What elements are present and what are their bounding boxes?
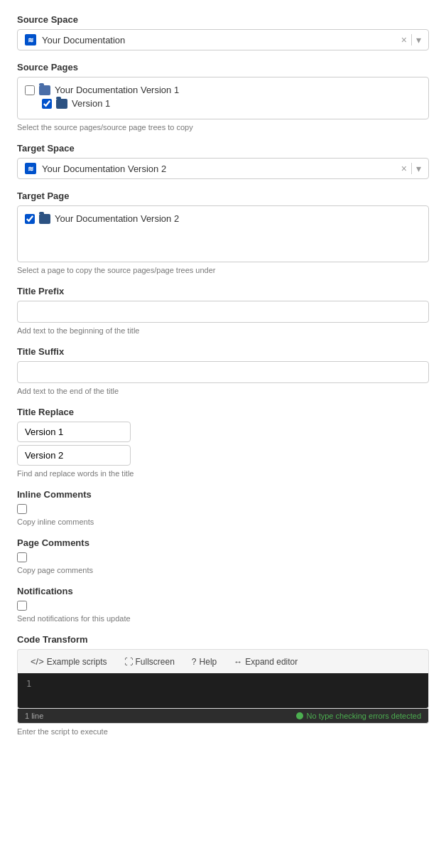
target-folder-icon (39, 214, 50, 224)
source-page-text-1[interactable]: Your Documentation Version 1 (55, 85, 179, 95)
example-scripts-label: Example scripts (47, 657, 107, 667)
title-replace-label: Title Replace (17, 407, 429, 417)
source-space-clear-btn[interactable]: × (401, 34, 407, 45)
source-page-text-2[interactable]: Version 1 (72, 98, 110, 109)
title-prefix-label: Title Prefix (17, 286, 429, 296)
divider-target (411, 163, 412, 174)
source-pages-section: Source Pages Your Documentation Version … (17, 62, 429, 132)
source-space-label: Source Space (17, 14, 429, 25)
target-page-checkbox-1[interactable] (25, 214, 35, 224)
confluence-icon: ≋ (25, 34, 36, 45)
target-page-hint: Select a page to copy the source pages/p… (17, 266, 429, 274)
target-space-label: Target Space (17, 143, 429, 154)
inline-comments-label: Inline Comments (17, 489, 429, 500)
expand-editor-label: Expand editor (245, 657, 298, 667)
inline-comments-row (17, 504, 429, 514)
source-space-left: ≋ Your Documentation (25, 34, 125, 45)
title-replace-inputs (17, 422, 429, 466)
page-comments-row (17, 552, 429, 562)
title-suffix-label: Title Suffix (17, 346, 429, 357)
source-space-chevron[interactable]: ▾ (416, 34, 421, 45)
folder-icon-2 (56, 99, 67, 109)
source-pages-label: Source Pages (17, 62, 429, 73)
target-space-chevron[interactable]: ▾ (416, 163, 421, 174)
title-replace-section: Title Replace Find and replace words in … (17, 407, 429, 478)
example-scripts-btn[interactable]: </> Example scripts (23, 653, 114, 670)
target-page-item-1[interactable]: Your Documentation Version 2 (25, 212, 421, 225)
line-number: 1 (18, 679, 40, 702)
target-space-left: ≋ Your Documentation Version 2 (25, 163, 166, 174)
title-suffix-section: Title Suffix Add text to the end of the … (17, 346, 429, 395)
code-editor[interactable]: 1 (17, 673, 429, 709)
source-page-checkbox-2[interactable] (42, 99, 52, 109)
source-pages-hint: Select the source pages/source page tree… (17, 123, 429, 132)
target-page-label: Target Page (17, 191, 429, 201)
target-space-actions: × ▾ (401, 163, 421, 174)
source-pages-box: Your Documentation Version 1 Version 1 (17, 77, 429, 119)
title-prefix-hint: Add text to the beginning of the title (17, 326, 429, 335)
fullscreen-btn[interactable]: ⛶ Fullscreen (117, 653, 182, 670)
source-page-item-2[interactable]: Version 1 (42, 97, 421, 110)
help-icon: ? (192, 657, 197, 667)
title-suffix-input[interactable] (17, 361, 429, 383)
title-suffix-hint: Add text to the end of the title (17, 387, 429, 395)
title-prefix-section: Title Prefix Add text to the beginning o… (17, 286, 429, 335)
title-replace-replace-input[interactable] (17, 445, 131, 466)
code-transform-hint: Enter the script to execute (17, 727, 429, 736)
status-ok: No type checking errors detected (296, 712, 421, 720)
source-page-checkbox-1[interactable] (25, 85, 35, 95)
source-space-actions: × ▾ (401, 34, 421, 45)
notifications-label: Notifications (17, 586, 429, 596)
title-replace-find-input[interactable] (17, 422, 131, 442)
notifications-hint: Send notifications for this update (17, 614, 429, 623)
page-comments-hint: Copy page comments (17, 566, 429, 574)
source-page-item-1[interactable]: Your Documentation Version 1 (25, 83, 421, 97)
target-space-clear-btn[interactable]: × (401, 163, 407, 174)
notifications-checkbox[interactable] (17, 601, 27, 611)
title-prefix-input[interactable] (17, 301, 429, 323)
target-space-dropdown[interactable]: ≋ Your Documentation Version 2 × ▾ (17, 158, 429, 179)
conf-icon-target: ≋ (25, 163, 36, 174)
expand-editor-btn[interactable]: ↔ Expand editor (227, 653, 305, 670)
page-comments-label: Page Comments (17, 537, 429, 548)
source-space-section: Source Space ≋ Your Documentation × ▾ (17, 14, 429, 50)
folder-icon-1 (39, 85, 50, 95)
fullscreen-icon: ⛶ (124, 657, 133, 667)
help-label: Help (200, 657, 217, 667)
title-replace-hint: Find and replace words in the title (17, 469, 429, 478)
code-content[interactable] (40, 679, 428, 702)
page-comments-checkbox[interactable] (17, 552, 27, 562)
page-comments-section: Page Comments Copy page comments (17, 537, 429, 574)
source-space-dropdown[interactable]: ≋ Your Documentation × ▾ (17, 29, 429, 50)
target-page-box: Your Documentation Version 2 (17, 205, 429, 262)
code-transform-section: Code Transform </> Example scripts ⛶ Ful… (17, 634, 429, 736)
code-icon: </> (31, 656, 44, 667)
fullscreen-label: Fullscreen (136, 657, 175, 667)
inline-comments-section: Inline Comments Copy inline comments (17, 489, 429, 526)
code-transform-label: Code Transform (17, 634, 429, 645)
notifications-row (17, 601, 429, 611)
target-space-value: Your Documentation Version 2 (42, 164, 166, 174)
code-toolbar: </> Example scripts ⛶ Fullscreen ? Help … (17, 649, 429, 673)
code-status-bar: 1 line No type checking errors detected (17, 709, 429, 724)
help-btn[interactable]: ? Help (185, 653, 224, 670)
source-space-value: Your Documentation (42, 35, 125, 45)
divider (411, 34, 412, 45)
inline-comments-hint: Copy inline comments (17, 518, 429, 526)
target-page-section: Target Page Your Documentation Version 2… (17, 191, 429, 274)
inline-comments-checkbox[interactable] (17, 504, 27, 514)
target-space-section: Target Space ≋ Your Documentation Versio… (17, 143, 429, 179)
notifications-section: Notifications Send notifications for thi… (17, 586, 429, 623)
status-message: No type checking errors detected (307, 712, 421, 720)
status-dot (296, 712, 303, 719)
target-page-text-1[interactable]: Your Documentation Version 2 (55, 213, 179, 224)
expand-icon: ↔ (234, 657, 242, 667)
status-lines: 1 line (25, 712, 43, 720)
